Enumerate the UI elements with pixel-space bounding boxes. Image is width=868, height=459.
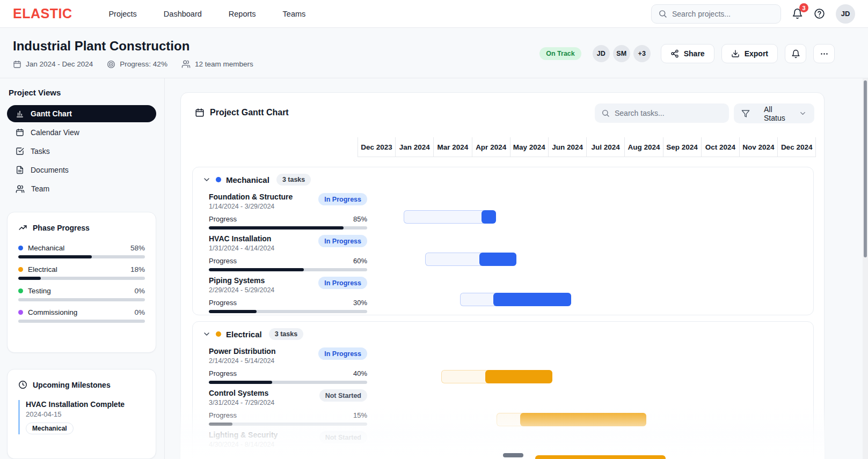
month-header-nov-2024: Nov 2024 xyxy=(740,137,778,157)
phase-row-testing: Testing0% xyxy=(18,287,145,301)
phase-percent: 58% xyxy=(130,244,145,252)
task-power-distribution: Power Distribution2/14/2024 - 5/14/2024I… xyxy=(209,347,367,384)
app-logo: ELASTIC xyxy=(13,6,72,21)
ellipsis-icon xyxy=(820,49,829,58)
team-avatar[interactable]: +3 xyxy=(633,45,651,62)
task-progress-fill xyxy=(209,381,272,384)
month-header-aug-2024: Aug 2024 xyxy=(625,137,663,157)
filter-icon xyxy=(741,109,750,118)
horizontal-scroll-thumb[interactable] xyxy=(503,453,523,457)
gantt-panel: Project Gantt Chart All Status Dec 2023J… xyxy=(180,92,825,459)
month-header-may-2024: May 2024 xyxy=(510,137,549,157)
sidebar: Project Views Gantt ChartCalendar ViewTa… xyxy=(0,78,165,459)
subscribe-bell-button[interactable] xyxy=(785,44,806,63)
meta-text: Progress: 42% xyxy=(120,60,167,68)
global-search[interactable] xyxy=(651,4,781,24)
gantt-title: Project Gantt Chart xyxy=(210,108,289,117)
task-status-badge: In Progress xyxy=(318,193,367,205)
gantt-bar-control-systems[interactable] xyxy=(520,413,646,426)
group-header[interactable]: Mechanical3 tasks xyxy=(202,174,311,186)
team-avatar[interactable]: SM xyxy=(613,45,630,62)
help-icon[interactable] xyxy=(814,8,825,19)
phase-progress-track xyxy=(18,320,145,323)
task-piping-systems: Piping Systems2/29/2024 - 5/29/2024In Pr… xyxy=(209,276,367,313)
task-progress-percent: 85% xyxy=(353,215,367,223)
task-progress-percent: 30% xyxy=(353,299,367,307)
nav-links: ProjectsDashboardReportsTeams xyxy=(108,10,305,18)
task-control-systems: Control Systems3/31/2024 - 7/29/2024Not … xyxy=(209,389,367,426)
task-progress-label: Progress xyxy=(209,369,237,377)
sidebar-item-calendar-view[interactable]: Calendar View xyxy=(7,124,156,141)
clock-icon xyxy=(18,380,27,389)
sidebar-item-label: Documents xyxy=(31,166,69,174)
page-scrollbar[interactable] xyxy=(863,78,868,459)
sidebar-item-team[interactable]: Team xyxy=(7,180,156,197)
sidebar-item-tasks[interactable]: Tasks xyxy=(7,143,156,160)
milestones-card: Upcoming Milestones HVAC Installation Co… xyxy=(7,369,156,459)
task-progress-fill xyxy=(209,423,232,426)
users-icon xyxy=(181,60,191,69)
trend-up-icon xyxy=(18,223,27,232)
sidebar-item-documents[interactable]: Documents xyxy=(7,161,156,179)
phase-percent: 18% xyxy=(130,265,145,273)
task-search-input[interactable] xyxy=(615,109,714,117)
sidebar-item-label: Gantt Chart xyxy=(31,109,72,118)
task-progress-percent: 60% xyxy=(353,257,367,265)
phase-row-mechanical: Mechanical58% xyxy=(18,244,145,258)
share-button-label: Share xyxy=(684,49,705,58)
export-button[interactable]: Export xyxy=(721,44,778,63)
task-progress-fill xyxy=(209,268,304,271)
group-header[interactable]: Electrical3 tasks xyxy=(202,328,303,340)
group-name: Mechanical xyxy=(226,175,269,184)
gantt-bar-power-distribution[interactable] xyxy=(485,370,552,383)
global-search-input[interactable] xyxy=(672,10,774,18)
group-name: Electrical xyxy=(226,330,262,339)
gantt-bar-foundation-structure[interactable] xyxy=(482,210,496,224)
chevron-down-icon[interactable] xyxy=(202,330,211,338)
phase-row-electrical: Electrical18% xyxy=(18,265,145,280)
task-progress-label: Progress xyxy=(209,215,237,223)
task-hvac-installation: HVAC Installation1/31/2024 - 4/14/2024In… xyxy=(209,234,367,271)
task-search[interactable] xyxy=(595,103,729,123)
gantt-bar-piping-systems[interactable] xyxy=(493,293,571,306)
phase-rows: Mechanical58%Electrical18%Testing0%Commi… xyxy=(18,244,145,323)
meta-text: 12 team members xyxy=(195,60,253,68)
user-avatar[interactable]: JD xyxy=(836,4,855,24)
group-task-count: 3 tasks xyxy=(276,174,311,186)
users-icon xyxy=(16,184,25,194)
phase-percent: 0% xyxy=(134,308,145,316)
app: ELASTIC ProjectsDashboardReportsTeams 3 … xyxy=(0,0,868,459)
status-filter-label: All Status xyxy=(764,105,793,122)
meta-calendar: Jan 2024 - Dec 2024 xyxy=(13,60,93,69)
gantt-bar-lighting-security[interactable] xyxy=(535,455,666,459)
nav-link-dashboard[interactable]: Dashboard xyxy=(164,10,202,18)
nav-link-reports[interactable]: Reports xyxy=(229,10,256,18)
task-progress-track xyxy=(209,423,367,426)
calendar-icon xyxy=(13,60,21,69)
phase-progress-fill xyxy=(18,255,92,258)
gantt-bar-hvac-installation[interactable] xyxy=(479,253,516,266)
nav-link-projects[interactable]: Projects xyxy=(108,10,136,18)
task-lighting-security: Lighting & Security4/30/2024 - 8/14/2024… xyxy=(209,431,367,448)
sidebar-item-gantt-chart[interactable]: Gantt Chart xyxy=(7,105,156,122)
calendar-icon xyxy=(16,128,24,137)
document-icon xyxy=(16,166,24,174)
page-scrollbar-thumb[interactable] xyxy=(864,80,867,257)
status-filter-dropdown[interactable]: All Status xyxy=(734,103,814,123)
milestone-tag: Mechanical xyxy=(26,423,74,434)
share-button[interactable]: Share xyxy=(661,44,714,63)
nav-link-teams[interactable]: Teams xyxy=(283,10,306,18)
chevron-down-icon[interactable] xyxy=(202,175,211,184)
meta-users: 12 team members xyxy=(181,60,253,69)
phase-progress-track xyxy=(18,255,145,258)
target-icon xyxy=(107,60,115,69)
group-task-count: 3 tasks xyxy=(269,328,303,340)
task-status-badge: In Progress xyxy=(318,347,367,360)
meta-target: Progress: 42% xyxy=(107,60,167,69)
milestone-title: HVAC Installation Complete xyxy=(26,400,145,409)
team-avatar[interactable]: JD xyxy=(593,45,610,62)
notifications-bell-icon[interactable]: 3 xyxy=(792,8,803,19)
task-progress-label: Progress xyxy=(209,257,237,265)
more-options-button[interactable] xyxy=(813,44,835,63)
timeline-months: Dec 2023Jan 2024Mar 2024Apr 2024May 2024… xyxy=(358,137,816,157)
